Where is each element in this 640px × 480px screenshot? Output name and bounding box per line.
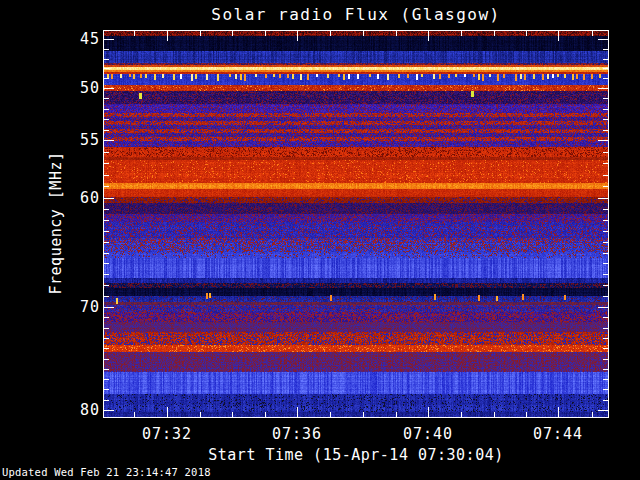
x-axis-label: Start Time (15-Apr-14 07:30:04) bbox=[104, 446, 608, 464]
x-tick-label-0736: 07:36 bbox=[257, 425, 337, 443]
y-tick-label-50: 50 bbox=[56, 79, 100, 97]
chart-title: Solar radio Flux (Glasgow) bbox=[104, 5, 608, 24]
plot-frame bbox=[103, 30, 609, 418]
y-tick-label-55: 55 bbox=[56, 131, 100, 149]
spectrogram-canvas bbox=[104, 31, 608, 417]
x-tick-label-0740: 07:40 bbox=[388, 425, 468, 443]
updated-timestamp: Updated Wed Feb 21 23:14:47 2018 bbox=[2, 466, 211, 478]
x-tick-label-0732: 07:32 bbox=[127, 425, 207, 443]
solar-radio-spectrogram-page: Solar radio Flux (Glasgow) Frequency [MH… bbox=[0, 0, 640, 480]
y-tick-label-80: 80 bbox=[56, 401, 100, 419]
y-tick-label-70: 70 bbox=[56, 298, 100, 316]
y-tick-label-60: 60 bbox=[56, 189, 100, 207]
x-tick-label-0744: 07:44 bbox=[518, 425, 598, 443]
y-tick-label-45: 45 bbox=[56, 30, 100, 48]
y-axis-label: Frequency [MHz] bbox=[47, 152, 65, 295]
